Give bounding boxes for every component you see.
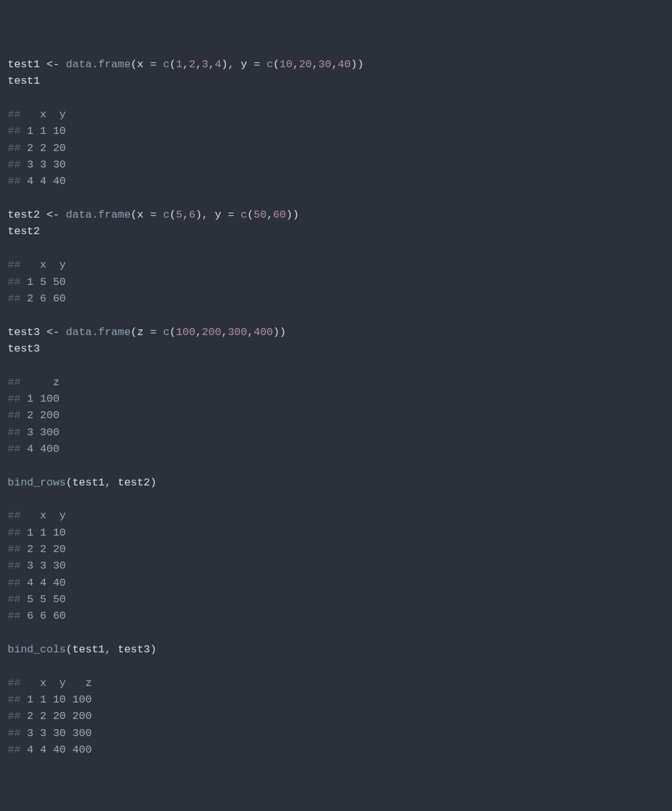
token-eq: = — [143, 209, 163, 221]
blank-line — [8, 458, 664, 474]
output-text: x y — [20, 259, 65, 271]
output-text: 3 3 30 — [20, 560, 65, 572]
output-line: ## 1 100 — [8, 391, 664, 407]
output-hash: ## — [8, 510, 20, 522]
token-paren: ( — [131, 209, 137, 221]
code-line: test2 <- data.frame(x = c(5,6), y = c(50… — [8, 207, 664, 223]
token-num: 3 — [202, 58, 208, 70]
token-comma: , — [182, 209, 188, 221]
token-func: bind_rows — [8, 477, 66, 489]
output-line: ## 6 6 60 — [8, 608, 664, 624]
output-text: 1 1 10 — [20, 125, 65, 137]
output-hash: ## — [8, 125, 20, 137]
output-hash: ## — [8, 293, 20, 305]
token-ident: test2 — [8, 225, 40, 237]
output-text: 1 5 50 — [20, 276, 65, 288]
output-line: ## x y — [8, 257, 664, 274]
token-paren: ( — [66, 643, 72, 656]
token-paren: ( — [131, 58, 137, 70]
token-func: data.frame — [66, 326, 131, 338]
output-text: 4 400 — [20, 443, 59, 455]
token-comma: , — [208, 58, 214, 70]
token-func: c — [240, 209, 247, 221]
token-comma: , — [202, 209, 214, 221]
output-text: 4 4 40 400 — [20, 744, 91, 756]
token-comma: , — [182, 58, 188, 70]
token-num: 20 — [299, 58, 312, 70]
token-paren: ( — [66, 477, 72, 489]
token-eq: = — [247, 58, 267, 70]
token-paren: ( — [131, 326, 137, 338]
token-ident: test1 — [72, 643, 105, 656]
token-func: c — [163, 326, 169, 338]
token-paren: )) — [273, 326, 286, 338]
blank-line — [8, 307, 664, 324]
code-line: test3 — [8, 341, 664, 357]
output-line: ## 2 2 20 — [8, 140, 664, 157]
blank-line — [8, 190, 664, 207]
output-text: 2 200 — [20, 409, 59, 421]
token-comma: , — [195, 326, 202, 338]
output-hash: ## — [8, 393, 20, 405]
token-eq: = — [143, 58, 163, 70]
token-ident: test2 — [8, 209, 40, 221]
token-comma: , — [195, 58, 202, 70]
token-num: 300 — [228, 326, 247, 338]
output-hash: ## — [8, 577, 20, 589]
token-num: 1 — [176, 58, 182, 70]
output-line: ## 3 3 30 — [8, 157, 664, 173]
token-num: 10 — [280, 58, 293, 70]
token-func: c — [267, 58, 273, 70]
output-line: ## 2 6 60 — [8, 291, 664, 307]
token-ident: test1 — [8, 75, 40, 87]
output-text: z — [20, 376, 59, 388]
output-hash: ## — [8, 109, 20, 121]
output-text: 2 6 60 — [20, 293, 65, 305]
token-eq: = — [143, 326, 163, 338]
output-hash: ## — [8, 677, 20, 689]
output-hash: ## — [8, 159, 20, 171]
token-func: c — [163, 209, 169, 221]
token-paren: ( — [169, 58, 176, 70]
output-hash: ## — [8, 426, 20, 438]
output-hash: ## — [8, 527, 20, 539]
token-paren: ( — [247, 209, 254, 221]
token-argname: x — [137, 58, 143, 70]
token-comma: , — [221, 326, 228, 338]
output-line: ## 4 4 40 400 — [8, 742, 664, 758]
output-text: 3 3 30 — [20, 159, 65, 171]
token-comma: , — [331, 58, 338, 70]
output-hash: ## — [8, 142, 20, 154]
output-line: ## 2 2 20 — [8, 541, 664, 558]
output-line: ## x y — [8, 107, 664, 123]
token-num: 50 — [254, 209, 267, 221]
output-line: ## 3 3 30 300 — [8, 725, 664, 742]
token-paren: ( — [169, 326, 176, 338]
output-text: x y — [20, 109, 65, 121]
token-num: 2 — [189, 58, 195, 70]
output-hash: ## — [8, 610, 20, 622]
output-line: ## 4 4 40 — [8, 173, 664, 190]
token-num: 400 — [254, 326, 273, 338]
token-num: 200 — [202, 326, 221, 338]
token-func: c — [163, 58, 169, 70]
token-assign: <- — [40, 209, 66, 221]
output-text: 2 2 20 — [20, 543, 65, 555]
blank-line — [8, 491, 664, 508]
token-paren: ) — [195, 209, 202, 221]
output-text: 3 3 30 300 — [20, 727, 91, 739]
token-comma: , — [105, 477, 117, 489]
token-assign: <- — [40, 326, 66, 338]
code-line: bind_cols(test1, test3) — [8, 642, 664, 658]
output-hash: ## — [8, 593, 20, 605]
code-line: test1 <- data.frame(x = c(1,2,3,4), y = … — [8, 56, 664, 73]
output-text: 5 5 50 — [20, 593, 65, 605]
output-text: 3 300 — [20, 426, 59, 438]
token-ident: test1 — [8, 58, 40, 70]
output-hash: ## — [8, 694, 20, 706]
blank-line — [8, 241, 664, 257]
output-hash: ## — [8, 259, 20, 271]
token-paren: ) — [221, 58, 228, 70]
output-hash: ## — [8, 710, 20, 722]
code-line: bind_rows(test1, test2) — [8, 475, 664, 491]
